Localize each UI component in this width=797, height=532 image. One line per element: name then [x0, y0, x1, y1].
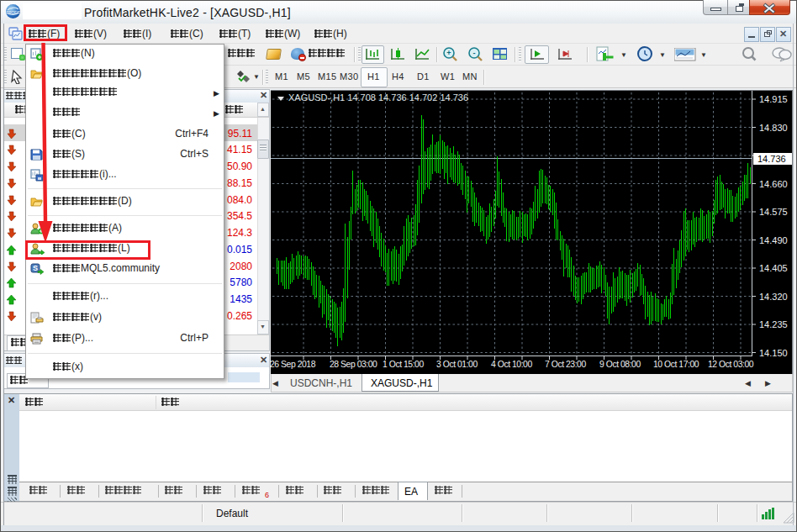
- svg-text:S: S: [33, 264, 38, 272]
- svg-text:+: +: [446, 49, 451, 57]
- svg-text:XAGUSD-,H1 14.708 14.736 14.7: XAGUSD-,H1 14.708 14.736 14.702 14.736: [288, 92, 468, 103]
- svg-text:-: -: [473, 49, 476, 57]
- svg-text:PROFIT: PROFIT: [6, 11, 20, 15]
